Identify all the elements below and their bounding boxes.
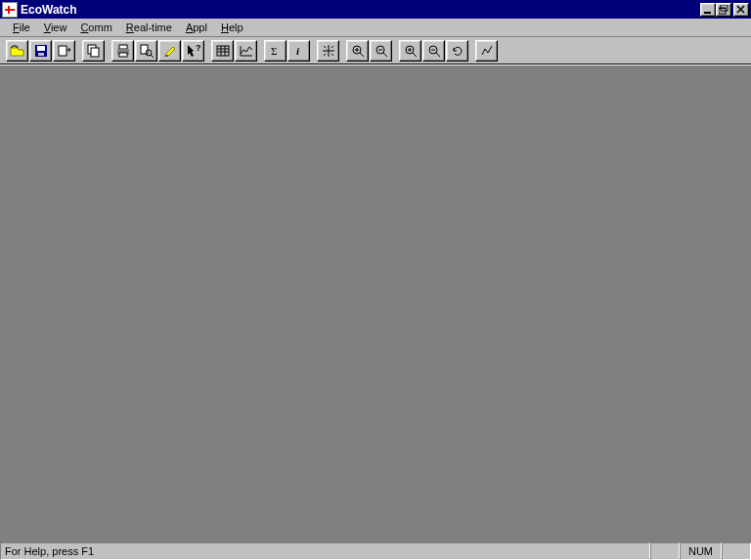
svg-text:i: i (296, 45, 300, 57)
status-panel-2 (722, 542, 751, 560)
toolbar: ? Σ i (0, 37, 751, 65)
zoom-out-button[interactable] (370, 40, 392, 62)
center-scale-icon (321, 43, 336, 59)
save-icon (33, 43, 49, 59)
zoom-out-2-button[interactable] (422, 40, 445, 62)
copy-icon (86, 43, 102, 59)
zoom-out-2-icon (426, 43, 442, 59)
copy-button[interactable] (82, 40, 105, 62)
info-button[interactable]: i (287, 40, 310, 62)
print-preview-icon (139, 43, 155, 59)
app-icon (2, 2, 18, 18)
status-panel-1 (650, 542, 680, 560)
svg-rect-3 (719, 8, 726, 9)
svg-text:?: ? (196, 43, 201, 53)
zoom-in-button[interactable] (346, 40, 369, 62)
title-text: EcoWatch (21, 3, 77, 17)
status-num-lock: NUM (680, 542, 722, 560)
context-help-icon: ? (186, 43, 201, 59)
zoom-in-2-button[interactable] (399, 40, 421, 62)
svg-rect-0 (704, 12, 711, 14)
export-icon (57, 43, 72, 59)
trace-button[interactable] (475, 40, 498, 62)
print-icon (115, 43, 131, 59)
table-button[interactable] (211, 40, 234, 62)
center-scale-button[interactable] (317, 40, 339, 62)
export-button[interactable] (53, 40, 75, 62)
menu-file[interactable]: File (6, 20, 37, 35)
menu-realtime[interactable]: Real-time (119, 20, 179, 35)
menu-bar: File View Comm Real-time Appl Help (0, 19, 751, 37)
status-help-text: For Help, press F1 (0, 542, 650, 560)
trace-icon (479, 43, 495, 59)
svg-text:Σ: Σ (271, 45, 277, 57)
refresh-icon (450, 43, 465, 59)
close-button[interactable] (733, 3, 749, 17)
graph-button[interactable] (235, 40, 257, 62)
menu-comm[interactable]: Comm (73, 20, 118, 35)
minimize-button[interactable] (700, 3, 716, 17)
workspace (0, 65, 751, 541)
open-icon (10, 43, 25, 59)
svg-rect-13 (141, 45, 148, 54)
stats-icon: Σ (268, 43, 284, 59)
zoom-out-icon (374, 43, 389, 59)
svg-rect-12 (119, 53, 127, 57)
svg-rect-5 (37, 46, 45, 51)
menu-view[interactable]: View (37, 20, 74, 35)
svg-rect-16 (217, 46, 229, 56)
refresh-button[interactable] (446, 40, 468, 62)
open-button[interactable] (6, 40, 28, 62)
svg-rect-7 (59, 46, 66, 56)
print-preview-button[interactable] (135, 40, 157, 62)
restore-button[interactable] (716, 3, 731, 17)
menu-help[interactable]: Help (214, 20, 250, 35)
context-help-button[interactable]: ? (182, 40, 204, 62)
svg-rect-10 (119, 45, 127, 49)
window-controls (700, 3, 749, 17)
save-button[interactable] (29, 40, 52, 62)
menu-appl[interactable]: Appl (179, 20, 214, 35)
zoom-in-icon (350, 43, 366, 59)
stats-button[interactable]: Σ (264, 40, 287, 62)
status-bar: For Help, press F1 NUM (0, 541, 751, 560)
graph-icon (239, 43, 254, 59)
svg-rect-9 (91, 48, 99, 57)
print-button[interactable] (111, 40, 134, 62)
svg-rect-6 (38, 53, 44, 56)
zoom-in-2-icon (403, 43, 419, 59)
title-bar: EcoWatch (0, 0, 751, 19)
highlight-button[interactable] (158, 40, 181, 62)
info-icon: i (291, 43, 307, 59)
table-icon (215, 43, 231, 59)
highlight-icon (162, 43, 178, 59)
